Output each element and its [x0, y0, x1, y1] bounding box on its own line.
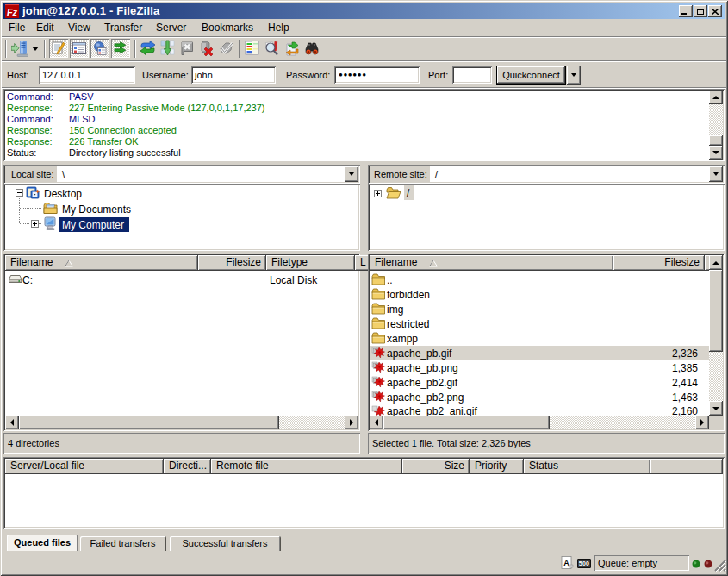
svg-text:Fz: Fz [7, 7, 18, 17]
